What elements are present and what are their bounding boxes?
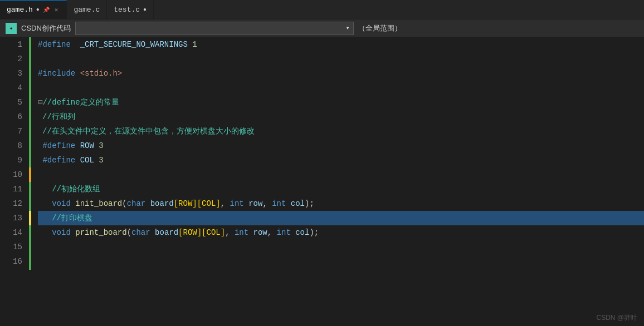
token-macro-1: _CRT_SECURE_NO_WARNINGS [80, 37, 188, 52]
token-include: #include [38, 66, 75, 81]
token-void-12: void [52, 196, 71, 211]
token-col: COL [80, 153, 94, 167]
code-line-10 [38, 167, 644, 182]
toolbar-label: CSDN创作代码 [21, 23, 71, 33]
token-define-8: #define [42, 139, 75, 153]
code-line-5: ⊟ //define定义的常量 [38, 95, 644, 110]
line-num-7: 7 [0, 124, 22, 139]
scope-dropdown[interactable]: ▾ [75, 22, 354, 35]
code-line-3: #include <stdio.h> [38, 66, 644, 81]
code-line-11: //初始化数组 [38, 182, 644, 196]
line-num-10: 10 [0, 167, 22, 182]
token-func-init: init_board [75, 196, 122, 211]
tab-test-c-label: test.c [114, 6, 140, 14]
token-comment-7: //在头文件中定义，在源文件中包含，方便对棋盘大小的修改 [42, 124, 255, 139]
scope-text: （全局范围） [358, 23, 402, 33]
code-line-13: //打印棋盘 [38, 211, 644, 225]
dropdown-arrow: ▾ [346, 24, 350, 32]
gutter-green-11-12 [29, 182, 31, 211]
code-line-7: //在头文件中定义，在源文件中包含，方便对棋盘大小的修改 [38, 124, 644, 139]
code-line-4 [38, 81, 644, 95]
line-num-3: 3 [0, 66, 22, 81]
line-num-16: 16 [0, 254, 22, 269]
tab-modified-icon: ● [36, 7, 40, 13]
token-col-param-12: col [291, 196, 305, 211]
line-num-4: 4 [0, 81, 22, 95]
code-content[interactable]: #define _CRT_SECURE_NO_WARNINGS 1 #inclu… [32, 37, 644, 326]
token-3-row: 3 [99, 139, 103, 153]
line-num-5: 5 [0, 95, 22, 110]
token-int-row-14: int [235, 225, 248, 240]
line-num-14: 14 [0, 225, 22, 240]
code-line-1: #define _CRT_SECURE_NO_WARNINGS 1 [38, 37, 644, 52]
token-board-12: board [150, 196, 174, 211]
collapse-icon-5[interactable]: ⊟ [38, 95, 42, 110]
token-define-1: #define [38, 37, 71, 52]
token-comment-6: //行和列 [42, 110, 75, 124]
tab-close-game-h[interactable]: ✕ [53, 5, 60, 14]
line-num-1: 1 [0, 37, 22, 52]
gutter-green-14-16 [29, 225, 31, 270]
token-board-14: board [155, 225, 178, 240]
token-comment-11: //初始化数组 [52, 182, 100, 196]
code-line-6: //行和列 [38, 110, 644, 124]
gutter [28, 37, 32, 326]
watermark: CSDN @莽叶 [596, 313, 637, 323]
tab-test-c-modified: ● [143, 7, 147, 13]
token-int-col-12: int [272, 196, 286, 211]
tab-game-h-label: game.h [7, 6, 33, 14]
tab-game-c-label: game.c [74, 6, 100, 14]
line-num-15: 15 [0, 240, 22, 254]
token-stdio: <stdio.h> [80, 66, 123, 81]
token-row-param-12: row [248, 196, 262, 211]
code-line-14: void print_board ( char board [ROW] [COL… [38, 225, 644, 240]
token-comment-5: //define定义的常量 [42, 95, 119, 110]
tab-test-c[interactable]: test.c ● [107, 0, 154, 19]
token-int-row-12: int [230, 196, 244, 211]
line-num-12: 12 [0, 196, 22, 211]
tab-bar: game.h ● 📌 ✕ game.c test.c ● [0, 0, 644, 19]
csdn-icon: ✦ [6, 23, 17, 34]
gutter-orange-10 [29, 167, 31, 182]
code-line-15 [38, 240, 644, 254]
gutter-yellow-13 [29, 211, 31, 225]
token-void-14: void [52, 225, 71, 240]
code-line-9: #define COL 3 [38, 153, 644, 167]
token-row-param-14: row [253, 225, 267, 240]
token-3-col: 3 [99, 153, 103, 167]
token-char-12: char [127, 196, 146, 211]
code-line-16 [38, 254, 644, 269]
tab-game-c[interactable]: game.c [67, 0, 107, 19]
token-number-1: 1 [192, 37, 197, 52]
token-comment-13: //打印棋盘 [52, 211, 92, 225]
token-char-14: char [131, 225, 150, 240]
token-col-param-14: col [295, 225, 309, 240]
line-num-13: 13 [0, 211, 22, 225]
code-line-8: #define ROW 3 [38, 139, 644, 153]
line-num-9: 9 [0, 153, 22, 167]
line-num-11: 11 [0, 182, 22, 196]
line-num-6: 6 [0, 110, 22, 124]
token-int-col-14: int [277, 225, 291, 240]
gutter-green-1 [29, 37, 31, 167]
line-numbers: 1 2 3 4 5 6 7 8 9 10 11 12 13 14 15 16 [0, 37, 28, 326]
line-num-8: 8 [0, 139, 22, 153]
token-func-print: print_board [75, 225, 126, 240]
line-num-2: 2 [0, 52, 22, 66]
token-row: ROW [80, 139, 94, 153]
tab-pin-icon[interactable]: 📌 [43, 7, 50, 13]
token-define-9: #define [42, 153, 75, 167]
code-line-12: void init_board ( char board [ROW] [COL]… [38, 196, 644, 211]
toolbar: ✦ CSDN创作代码 ▾ （全局范围） [0, 19, 644, 37]
tab-game-h[interactable]: game.h ● 📌 ✕ [0, 0, 67, 19]
code-line-2 [38, 52, 644, 66]
editor: 1 2 3 4 5 6 7 8 9 10 11 12 13 14 15 16 #… [0, 37, 644, 326]
